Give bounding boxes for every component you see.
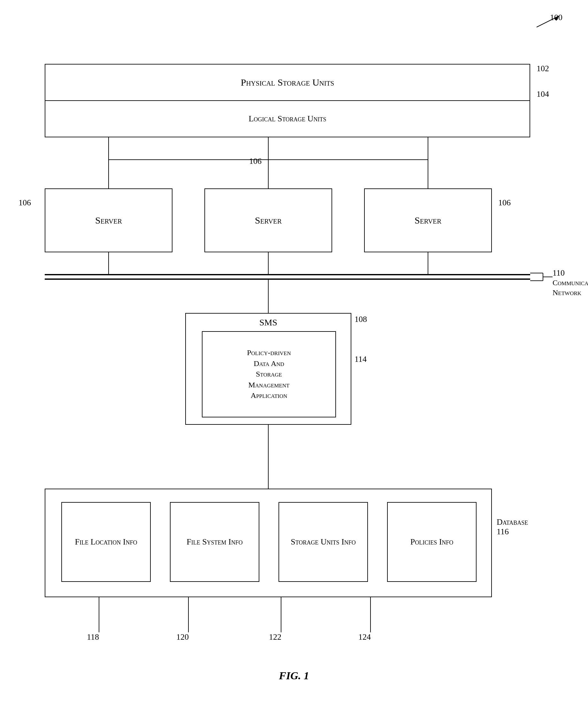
sms-label: SMS	[259, 317, 277, 328]
ref-114: 114	[355, 355, 367, 364]
ref-106-left: 106	[18, 198, 31, 208]
server-middle-box: Server	[204, 188, 332, 252]
server-middle-label: Server	[255, 215, 282, 226]
physical-storage-label: Physical Storage Units	[241, 77, 334, 88]
storage-units-box: Physical Storage Units Logical Storage U…	[45, 64, 530, 137]
policy-app-box: Policy-drivenData AndStorageManagementAp…	[202, 331, 336, 417]
file-system-label: File System Info	[187, 536, 243, 548]
figure-label: FIG. 1	[279, 670, 309, 682]
ref-124: 124	[358, 632, 371, 642]
policies-info-box: Policies Info	[387, 502, 476, 582]
ref-104: 104	[537, 89, 549, 99]
file-location-box: File Location Info	[61, 502, 151, 582]
ref-106-right: 106	[498, 198, 511, 208]
network-label: Communication Network	[553, 278, 588, 298]
storage-units-info-label: Storage Units Info	[290, 536, 356, 548]
ref-122: 122	[269, 632, 281, 642]
database-outer-box: File Location Info File System Info Stor…	[45, 489, 492, 597]
ref-118: 118	[87, 632, 99, 642]
ref-100: 100	[550, 13, 562, 22]
policies-label: Policies Info	[410, 536, 453, 548]
server-left-label: Server	[95, 215, 122, 226]
file-system-box: File System Info	[170, 502, 259, 582]
ref-120: 120	[176, 632, 189, 642]
server-right-box: Server	[364, 188, 492, 252]
ref-108: 108	[355, 314, 367, 324]
database-label: Database116	[497, 517, 528, 536]
diagram: 100 Physical Storage Units Logical Stora…	[0, 0, 588, 701]
logical-storage-label: Logical Storage Units	[249, 114, 327, 124]
sms-outer-box: SMS Policy-drivenData AndStorageManageme…	[185, 313, 351, 425]
policy-app-label: Policy-drivenData AndStorageManagementAp…	[247, 347, 291, 401]
server-left-box: Server	[45, 188, 173, 252]
file-location-label: File Location Info	[75, 536, 137, 548]
storage-units-info-box: Storage Units Info	[278, 502, 368, 582]
ref-110: 110	[553, 268, 565, 278]
ref-106-top: 106	[249, 157, 261, 166]
server-right-label: Server	[415, 215, 441, 226]
ref-102: 102	[537, 64, 549, 73]
